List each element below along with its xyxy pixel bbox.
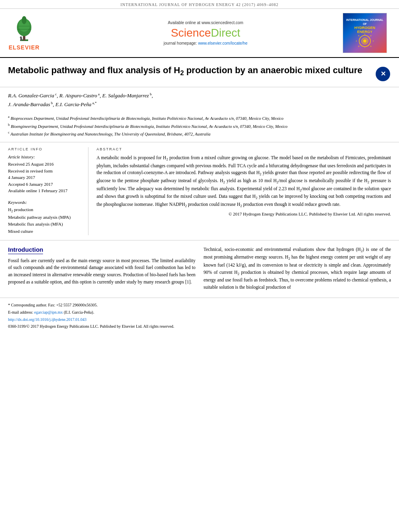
doi-note: http://dx.doi.org/10.1016/j.ijhydene.201… bbox=[8, 316, 391, 322]
journal-cover-title: HYDROGENENERGY bbox=[354, 26, 375, 34]
article-info-abstract: ARTICLE INFO Article history: Received 2… bbox=[0, 142, 399, 240]
elsevier-wordmark: ELSEVIER bbox=[8, 44, 39, 51]
keyword-1: H2 production bbox=[8, 206, 82, 214]
header-area: ELSEVIER Available online at www.science… bbox=[0, 9, 399, 58]
crossmark-badge[interactable]: ✕ bbox=[375, 66, 391, 82]
journal-banner: International Journal of Hydrogen Energy… bbox=[0, 0, 399, 9]
keyword-2: Metabolic pathway analysis (MPA) bbox=[8, 214, 82, 221]
svg-line-20 bbox=[358, 35, 359, 36]
svg-rect-8 bbox=[20, 38, 22, 41]
journal-homepage-link[interactable]: www.elsevier.com/locate/he bbox=[198, 41, 247, 45]
keywords-section: Keywords: H2 production Metabolic pathwa… bbox=[8, 200, 82, 235]
article-info-col: ARTICLE INFO Article history: Received 2… bbox=[8, 147, 88, 235]
author-1: R.A. Gonzalez-Garcia bbox=[8, 92, 54, 99]
sciencedirect-logo: ScienceDirect bbox=[171, 27, 241, 39]
header-center: Available online at www.sciencedirect.co… bbox=[76, 13, 335, 53]
abstract-heading: ABSTRACT bbox=[97, 147, 391, 151]
issn-text: 0360-3199/© 2017 Hydrogen Energy Publica… bbox=[8, 324, 391, 329]
journal-homepage: journal homepage: www.elsevier.com/locat… bbox=[164, 41, 247, 45]
page-footer: * Corresponding author. Fax: +52 5557 29… bbox=[0, 298, 399, 329]
affiliation-a: a Bioprocesses Department, Unidad Profes… bbox=[8, 115, 391, 121]
article-title-area: Metabolic pathway and flux analysis of H… bbox=[0, 58, 399, 87]
intro-left-text: Fossil fuels are currently used as the m… bbox=[8, 257, 195, 286]
svg-line-14 bbox=[370, 35, 371, 36]
history-received: Received 25 August 2016 bbox=[8, 161, 82, 168]
authors-line: R.A. Gonzalez-Garcia c, R. Aispuro-Castr… bbox=[8, 91, 391, 109]
svg-text:✕: ✕ bbox=[380, 70, 386, 77]
svg-point-4 bbox=[22, 16, 27, 24]
journal-cover: International Journal of HYDROGENENERGY bbox=[343, 13, 387, 53]
crossmark-icon: ✕ bbox=[375, 66, 391, 82]
intro-two-col: Introduction Fossil fuels are currently … bbox=[8, 246, 391, 294]
intro-left: Introduction Fossil fuels are currently … bbox=[8, 246, 195, 294]
history-online: Available online 1 February 2017 bbox=[8, 187, 82, 194]
introduction-title: Introduction bbox=[8, 246, 43, 254]
email-link[interactable]: egarciap@ipn.mx bbox=[34, 310, 63, 314]
affiliation-b: b Bioengineering Department, Unidad Prof… bbox=[8, 123, 391, 129]
keywords-label: Keywords: bbox=[8, 200, 82, 205]
available-online-text: Available online at www.sciencedirect.co… bbox=[168, 21, 243, 25]
intro-right: Technical, socio-economic and environmen… bbox=[204, 246, 391, 294]
svg-rect-9 bbox=[19, 39, 21, 39]
keyword-3: Metabolic flux analysis (MFA) bbox=[8, 221, 82, 228]
affiliations-area: a Bioprocesses Department, Unidad Profes… bbox=[0, 112, 399, 142]
authors-area: R.A. Gonzalez-Garcia c, R. Aispuro-Castr… bbox=[0, 87, 399, 112]
article-info-heading: ARTICLE INFO bbox=[8, 147, 82, 151]
svg-line-18 bbox=[358, 46, 359, 47]
author-4: J. Aranda-Barradas bbox=[8, 101, 50, 107]
journal-cover-label: International Journal of bbox=[345, 18, 385, 25]
author-3: E. Salgado-Manjarrez bbox=[102, 92, 149, 99]
intro-right-text: Technical, socio-economic and environmen… bbox=[204, 246, 391, 291]
abstract-text: A metabolic model is proposed for H2 pro… bbox=[97, 154, 391, 209]
history-label: Article history: bbox=[8, 154, 82, 159]
article-title: Metabolic pathway and flux analysis of H… bbox=[8, 64, 371, 78]
introduction-section: Introduction Fossil fuels are currently … bbox=[0, 240, 399, 294]
history-revised-date: 4 January 2017 bbox=[8, 174, 82, 181]
journal-cover-image bbox=[353, 34, 377, 48]
history-accepted: Accepted 6 January 2017 bbox=[8, 181, 82, 188]
svg-point-12 bbox=[363, 39, 366, 43]
history-revised-label: Received in revised form bbox=[8, 168, 82, 175]
article-title-text: Metabolic pathway and flux analysis of H… bbox=[8, 64, 371, 78]
svg-point-7 bbox=[20, 37, 22, 39]
author-5: E.I. Garcia-Peña bbox=[56, 101, 91, 107]
abstract-col: ABSTRACT A metabolic model is proposed f… bbox=[97, 147, 391, 235]
journal-banner-text: International Journal of Hydrogen Energy… bbox=[120, 2, 278, 7]
header-right: International Journal of HYDROGENENERGY bbox=[339, 13, 391, 53]
svg-line-16 bbox=[370, 46, 371, 47]
corresponding-author-note: * Corresponding author. Fax: +52 5557 29… bbox=[8, 302, 391, 308]
header-left: ELSEVIER bbox=[8, 13, 72, 53]
elsevier-tree-icon bbox=[8, 15, 40, 43]
email-note: E-mail address: egarciap@ipn.mx (E.I. Ga… bbox=[8, 309, 391, 315]
doi-link[interactable]: http://dx.doi.org/10.1016/j.ijhydene.201… bbox=[8, 317, 86, 322]
elsevier-logo: ELSEVIER bbox=[8, 15, 40, 51]
affiliation-c: c Australian Institute for Bioengineerin… bbox=[8, 130, 391, 137]
author-2: R. Aispuro-Castro bbox=[59, 92, 97, 99]
copyright-text: © 2017 Hydrogen Energy Publications LLC.… bbox=[97, 212, 391, 216]
keyword-4: Mixed culture bbox=[8, 228, 82, 235]
